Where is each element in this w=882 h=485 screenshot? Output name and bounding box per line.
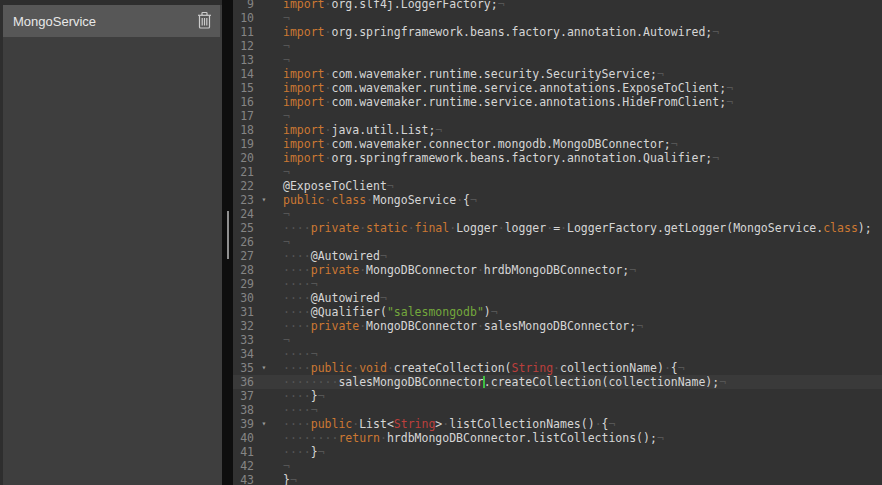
fold-arrow-icon[interactable]: ▾ bbox=[258, 417, 270, 431]
line-number: 40 bbox=[233, 431, 254, 445]
code-line-38[interactable]: 38····¬ bbox=[233, 403, 882, 417]
line-number: 23 bbox=[233, 193, 254, 207]
code-line-28[interactable]: 28····private·MongoDBConnector·hrdbMongo… bbox=[233, 263, 882, 277]
service-list-item-mongoservice[interactable]: MongoService bbox=[3, 5, 220, 37]
code-line-35[interactable]: 35▾····public·void·createCollection(Stri… bbox=[233, 361, 882, 375]
code-text: public·class·MongoService·{¬ bbox=[283, 193, 477, 207]
line-number: 16 bbox=[233, 95, 254, 109]
service-name-label: MongoService bbox=[3, 14, 197, 29]
code-line-32[interactable]: 32····private·MongoDBConnector·salesMong… bbox=[233, 319, 882, 333]
code-text: ¬ bbox=[283, 235, 290, 249]
sidebar-scrollbar-thumb[interactable] bbox=[227, 211, 229, 259]
code-line-22[interactable]: 22@ExposeToClient¬ bbox=[233, 179, 882, 193]
services-sidebar: MongoService bbox=[0, 0, 222, 485]
delete-service-button[interactable] bbox=[197, 11, 220, 32]
line-number: 17 bbox=[233, 109, 254, 123]
code-text: ¬ bbox=[283, 165, 290, 179]
code-editor[interactable]: 9import·org.slf4j.LoggerFactory;¬10¬11im… bbox=[233, 0, 882, 485]
code-text: ········return·hrdbMongoDBConnector.list… bbox=[283, 431, 664, 445]
code-line-30[interactable]: 30····@Autowired¬ bbox=[233, 291, 882, 305]
code-line-13[interactable]: 13¬ bbox=[233, 53, 882, 67]
code-text: }¬ bbox=[283, 473, 297, 485]
line-number: 41 bbox=[233, 445, 254, 459]
fold-arrow-icon[interactable]: ▾ bbox=[258, 361, 270, 375]
code-line-33[interactable]: 33¬ bbox=[233, 333, 882, 347]
code-text: import·org.springframework.beans.factory… bbox=[283, 151, 719, 165]
code-line-31[interactable]: 31····@Qualifier("salesmongodb")¬ bbox=[233, 305, 882, 319]
code-text: import·org.springframework.beans.factory… bbox=[283, 25, 719, 39]
line-number: 20 bbox=[233, 151, 254, 165]
line-number: 42 bbox=[233, 459, 254, 473]
panel-splitter[interactable] bbox=[222, 0, 233, 485]
code-text: ····¬ bbox=[283, 277, 318, 291]
line-number: 13 bbox=[233, 53, 254, 67]
code-line-11[interactable]: 11import·org.springframework.beans.facto… bbox=[233, 25, 882, 39]
line-number: 39 bbox=[233, 417, 254, 431]
code-line-34[interactable]: 34····¬ bbox=[233, 347, 882, 361]
line-number: 22 bbox=[233, 179, 254, 193]
line-number: 35 bbox=[233, 361, 254, 375]
code-line-40[interactable]: 40········return·hrdbMongoDBConnector.li… bbox=[233, 431, 882, 445]
code-line-43[interactable]: 43}¬ bbox=[233, 473, 882, 485]
code-line-14[interactable]: 14import·com.wavemaker.runtime.security.… bbox=[233, 67, 882, 81]
code-text: @ExposeToClient¬ bbox=[283, 179, 394, 193]
line-number: 32 bbox=[233, 319, 254, 333]
line-number: 38 bbox=[233, 403, 254, 417]
code-text: ····@Qualifier("salesmongodb")¬ bbox=[283, 305, 498, 319]
code-line-17[interactable]: 17¬ bbox=[233, 109, 882, 123]
code-text: import·com.wavemaker.runtime.security.Se… bbox=[283, 67, 664, 81]
code-text: import·com.wavemaker.runtime.service.ann… bbox=[283, 81, 733, 95]
line-number: 27 bbox=[233, 249, 254, 263]
line-number: 24 bbox=[233, 207, 254, 221]
line-number: 28 bbox=[233, 263, 254, 277]
code-line-25[interactable]: 25····private·static·final·Logger·logger… bbox=[233, 221, 882, 235]
code-line-41[interactable]: 41····}¬ bbox=[233, 445, 882, 459]
code-text: ¬ bbox=[283, 53, 290, 67]
code-text: ····public·void·createCollection(String·… bbox=[283, 361, 685, 375]
code-line-23[interactable]: 23▾public·class·MongoService·{¬ bbox=[233, 193, 882, 207]
code-line-27[interactable]: 27····@Autowired¬ bbox=[233, 249, 882, 263]
code-line-10[interactable]: 10¬ bbox=[233, 11, 882, 25]
code-text: ¬ bbox=[283, 207, 290, 221]
code-text: ····}¬ bbox=[283, 389, 325, 403]
code-line-16[interactable]: 16import·com.wavemaker.runtime.service.a… bbox=[233, 95, 882, 109]
line-number: 9 bbox=[233, 0, 254, 11]
code-text: ····}¬ bbox=[283, 445, 325, 459]
code-line-12[interactable]: 12¬ bbox=[233, 39, 882, 53]
code-text: import·org.slf4j.LoggerFactory;¬ bbox=[283, 0, 505, 11]
code-line-24[interactable]: 24¬ bbox=[233, 207, 882, 221]
line-number: 43 bbox=[233, 473, 254, 485]
code-line-19[interactable]: 19import·com.wavemaker.connector.mongodb… bbox=[233, 137, 882, 151]
code-text: ····private·MongoDBConnector·hrdbMongoDB… bbox=[283, 263, 636, 277]
line-number: 37 bbox=[233, 389, 254, 403]
code-line-26[interactable]: 26¬ bbox=[233, 235, 882, 249]
code-line-37[interactable]: 37····}¬ bbox=[233, 389, 882, 403]
code-text: ····private·MongoDBConnector·salesMongoD… bbox=[283, 319, 643, 333]
code-line-20[interactable]: 20import·org.springframework.beans.facto… bbox=[233, 151, 882, 165]
line-number: 33 bbox=[233, 333, 254, 347]
line-number: 12 bbox=[233, 39, 254, 53]
code-line-21[interactable]: 21¬ bbox=[233, 165, 882, 179]
code-lines: 9import·org.slf4j.LoggerFactory;¬10¬11im… bbox=[233, 0, 882, 485]
code-line-9[interactable]: 9import·org.slf4j.LoggerFactory;¬ bbox=[233, 0, 882, 11]
code-text: ····¬ bbox=[283, 403, 318, 417]
code-line-15[interactable]: 15import·com.wavemaker.runtime.service.a… bbox=[233, 81, 882, 95]
code-text: ····public·List<String>·listCollectionNa… bbox=[283, 417, 615, 431]
code-text: ····¬ bbox=[283, 347, 318, 361]
line-number: 21 bbox=[233, 165, 254, 179]
line-number: 26 bbox=[233, 235, 254, 249]
code-text: ····@Autowired¬ bbox=[283, 249, 387, 263]
line-number: 25 bbox=[233, 221, 254, 235]
fold-arrow-icon[interactable]: ▾ bbox=[258, 193, 270, 207]
line-number: 29 bbox=[233, 277, 254, 291]
code-line-42[interactable]: 42¬ bbox=[233, 459, 882, 473]
trash-icon bbox=[197, 11, 212, 32]
line-number: 10 bbox=[233, 11, 254, 25]
code-line-29[interactable]: 29····¬ bbox=[233, 277, 882, 291]
code-line-18[interactable]: 18import·java.util.List;¬ bbox=[233, 123, 882, 137]
code-line-39[interactable]: 39▾····public·List<String>·listCollectio… bbox=[233, 417, 882, 431]
line-number: 18 bbox=[233, 123, 254, 137]
code-line-36[interactable]: 36········salesMongoDBConnector.createCo… bbox=[233, 375, 882, 389]
code-text: ¬ bbox=[283, 39, 290, 53]
code-text: import·com.wavemaker.connector.mongodb.M… bbox=[283, 137, 678, 151]
